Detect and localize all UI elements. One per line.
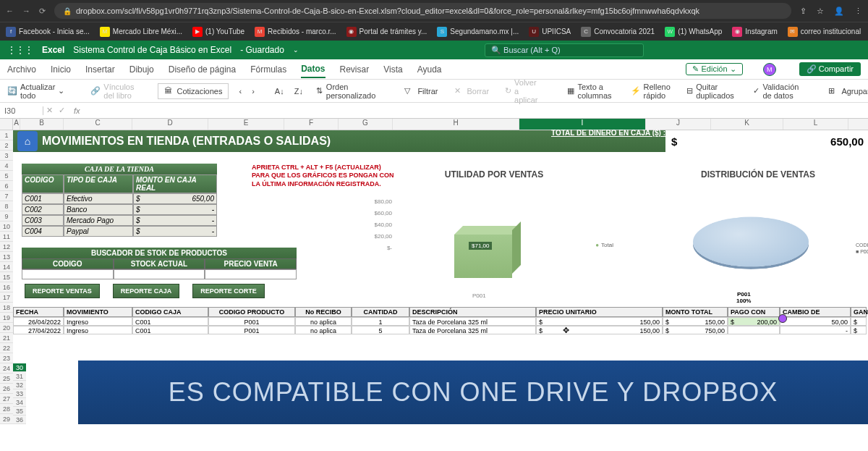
file-name[interactable]: Sistema Control de Caja Básico en Excel	[73, 45, 231, 55]
movements-table: FECHA MOVIMIENTO CODIGO CAJA CODIGO PROD…	[13, 307, 868, 334]
remove-duplicates-button[interactable]: ⊟Quitar duplicados	[684, 81, 741, 101]
name-box[interactable]: I30	[0, 106, 43, 115]
compatibility-banner: ES COMPATIBLE CON ONE DRIVE Y DROPBOX	[78, 361, 868, 424]
bookmark-item[interactable]: W(1) WhatsApp	[665, 27, 722, 37]
share-button[interactable]: 🔗 Compartir	[799, 62, 861, 76]
col-header[interactable]: I	[519, 119, 646, 130]
stocks-button[interactable]: 🏛Cotizaciones	[158, 83, 229, 99]
bookmark-item[interactable]: ✉correo institucional	[788, 27, 861, 37]
tab-vista[interactable]: Vista	[383, 62, 402, 77]
bookmark-item[interactable]: ▶(1) YouTube	[192, 27, 244, 37]
col-header[interactable]: E	[208, 119, 284, 130]
row-headers-bottom: 30313233343536	[13, 363, 26, 424]
mov-header: No RECIBO	[295, 307, 352, 317]
report-caja-button[interactable]: REPORTE CAJA	[113, 284, 180, 298]
table-row[interactable]: C002Banco$-	[22, 204, 217, 215]
col-header[interactable]: B	[20, 119, 64, 130]
col-header[interactable]: F	[284, 119, 339, 130]
save-status: - Guardado	[240, 45, 284, 55]
app-name: Excel	[42, 45, 64, 55]
bookmark-item[interactable]: MRecibidos - marco.r...	[255, 27, 336, 37]
col-header[interactable]: G	[339, 119, 393, 130]
bookmarks-bar: fFacebook - Inicia se... MMercado Libre …	[0, 22, 868, 41]
refresh-all-button[interactable]: 🔄Actualizar todo ⌄	[4, 81, 67, 101]
report-corte-button[interactable]: REPORTE CORTE	[192, 284, 265, 298]
bookmark-item[interactable]: CConvocatoria 2021	[581, 27, 655, 37]
tab-revisar[interactable]: Revisar	[340, 62, 370, 77]
forward-icon[interactable]: →	[22, 7, 30, 16]
accept-icon[interactable]: ✓	[59, 106, 65, 115]
filter-button[interactable]: ▽Filtrar	[401, 85, 441, 98]
search-input[interactable]: 🔍 Buscar (Alt + Q)	[485, 43, 644, 57]
fx-icon[interactable]: fx	[68, 106, 86, 115]
col-header[interactable]: A	[13, 119, 20, 130]
tab-archivo[interactable]: Archivo	[7, 62, 36, 77]
group-button[interactable]: ⊞Agrupar	[825, 85, 868, 98]
bar-label: $71,00	[469, 242, 492, 250]
custom-sort-button[interactable]: ⇅Orden personalizado	[313, 81, 381, 101]
share-icon[interactable]: ⇪	[800, 7, 807, 16]
chevron-right-icon[interactable]: ›	[252, 87, 255, 96]
caja-header: TIPO DE CAJA	[64, 174, 133, 193]
table-row[interactable]: C001Efectivo$650,00	[22, 193, 217, 204]
text-to-columns-button[interactable]: ▦Texto a columnas	[564, 81, 617, 101]
table-row[interactable]: 26/04/2022IngresoC001P001no aplica1Taza …	[13, 317, 868, 326]
cursor-icon: ✥	[563, 326, 569, 335]
sort-asc-icon[interactable]: A↓	[275, 87, 284, 96]
flash-fill-button[interactable]: ⚡Relleno rápido	[628, 81, 673, 101]
refresh-icon: 🔄	[7, 86, 17, 96]
tab-inicio[interactable]: Inicio	[51, 62, 71, 77]
bookmark-item[interactable]: ◉Instagram	[732, 27, 777, 37]
table-row[interactable]	[22, 269, 297, 279]
data-validation-button[interactable]: ✓Validación de datos	[750, 81, 805, 101]
utility-chart[interactable]: UTILIDAD POR VENTAS $80,00$60,00$40,00$2…	[367, 169, 621, 300]
collaborator-avatar[interactable]	[778, 314, 787, 323]
mov-header: MOVIMIENTO	[64, 307, 132, 317]
avatar[interactable]: M	[763, 63, 776, 76]
edit-mode-badge[interactable]: ✎ Edición ⌄	[686, 63, 742, 75]
bookmark-item[interactable]: fFacebook - Inicia se...	[6, 27, 90, 37]
spreadsheet-cells[interactable]: ⌂ MOVIMIENTOS EN TIENDA (ENTRADAS O SALI…	[13, 130, 868, 424]
back-icon[interactable]: ←	[6, 7, 14, 16]
sort-desc-icon[interactable]: Z↓	[294, 87, 303, 96]
table-row[interactable]: 27/04/2022IngresoC001P001no aplica5Taza …	[13, 326, 868, 334]
tab-formulas[interactable]: Fórmulas	[250, 62, 286, 77]
workbook-links-button[interactable]: 🔗Vínculos del libro	[88, 81, 137, 101]
cancel-icon[interactable]: ✕	[46, 106, 53, 115]
menu-icon[interactable]: ⋮	[854, 7, 862, 16]
profile-icon[interactable]: 👤	[834, 7, 844, 16]
mov-header: PAGO CON	[728, 307, 780, 317]
star-icon[interactable]: ☆	[817, 7, 824, 16]
bookmark-item[interactable]: ◉Portal de trámites y...	[346, 27, 427, 37]
waffle-icon[interactable]: ⋮⋮⋮	[7, 45, 33, 55]
tab-diseno[interactable]: Diseño de página	[169, 62, 236, 77]
col-header[interactable]: L	[783, 119, 848, 130]
table-row[interactable]: C003Mercado Pago$-	[22, 215, 217, 226]
chevron-down-icon[interactable]: ⌄	[293, 46, 299, 54]
clear-filter-button[interactable]: ✕Borrar	[451, 85, 493, 98]
reapply-button[interactable]: ↻Volver a aplicar	[502, 77, 544, 106]
tab-ayuda[interactable]: Ayuda	[417, 62, 442, 77]
tab-insertar[interactable]: Insertar	[85, 62, 115, 77]
buscador-header: STOCK ACTUAL	[114, 258, 205, 269]
table-row[interactable]: C004Paypal$-	[22, 226, 217, 237]
caja-header: CODIGO	[22, 174, 64, 193]
check-icon: ✓	[753, 86, 760, 96]
reload-icon[interactable]: ⟳	[39, 7, 46, 16]
report-ventas-button[interactable]: REPORTE VENTAS	[25, 284, 100, 298]
col-header[interactable]: D	[132, 119, 208, 130]
distribution-chart[interactable]: DISTRIBUCIÓN DE VENTAS P001100% CODIGO P…	[650, 169, 867, 307]
bookmark-item[interactable]: SSegundamano.mx |...	[437, 27, 519, 37]
tab-datos[interactable]: Datos	[301, 61, 325, 78]
bookmark-item[interactable]: MMercado Libre Méxi...	[100, 27, 182, 37]
chevron-left-icon[interactable]: ‹	[239, 87, 242, 96]
mov-header: CODIGO CAJA	[132, 307, 208, 317]
col-header[interactable]: C	[64, 119, 132, 130]
col-header[interactable]: H	[393, 119, 519, 130]
col-header[interactable]: J	[646, 119, 711, 130]
home-icon[interactable]: ⌂	[17, 131, 38, 151]
bookmark-item[interactable]: UUPIICSA	[529, 27, 571, 37]
col-header[interactable]: K	[711, 119, 783, 130]
url-input[interactable]: 🔒 dropbox.com/scl/fi/v58pg1vr0h9771rq3zn…	[54, 3, 791, 19]
tab-dibujo[interactable]: Dibujo	[129, 62, 154, 77]
